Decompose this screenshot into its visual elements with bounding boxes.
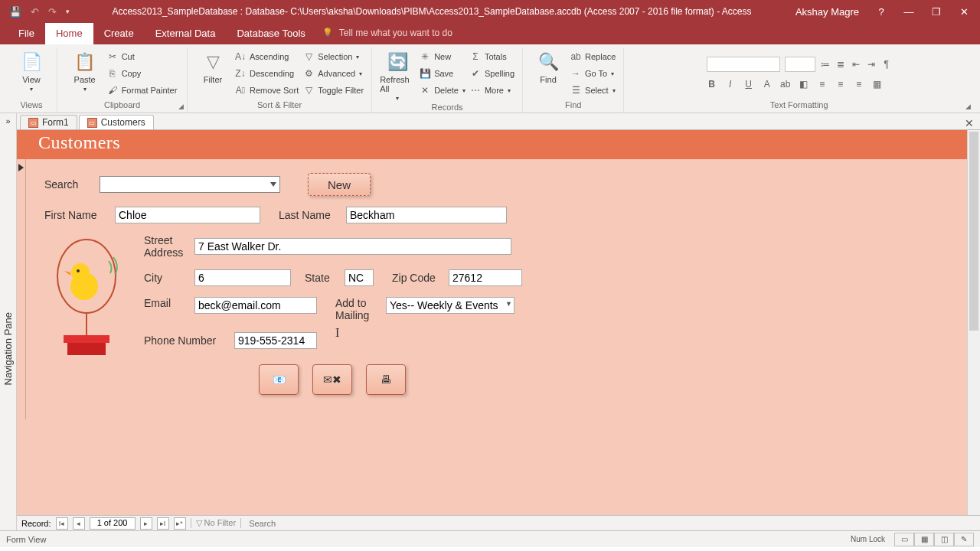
- record-search-input[interactable]: [246, 519, 475, 528]
- clipboard-launcher-icon[interactable]: ◢: [178, 103, 184, 110]
- more-button[interactable]: ⋯More▾: [470, 83, 514, 98]
- numbering-icon[interactable]: ≣: [835, 59, 846, 70]
- new-record-form-button[interactable]: New: [308, 173, 371, 196]
- navigation-pane-collapsed[interactable]: » Navigation Pane: [0, 113, 17, 530]
- state-field[interactable]: [345, 269, 374, 286]
- spelling-button[interactable]: ✔Spelling: [470, 66, 514, 81]
- find-button[interactable]: 🔍Find: [531, 49, 566, 84]
- city-field[interactable]: [194, 269, 291, 286]
- last-name-field[interactable]: [346, 207, 507, 223]
- layout-view-button[interactable]: ◫: [934, 533, 954, 546]
- email-field[interactable]: [194, 297, 317, 314]
- descending-button[interactable]: Z↓Descending: [235, 66, 299, 81]
- tab-database-tools[interactable]: Database Tools: [226, 23, 315, 44]
- italic-icon[interactable]: I: [725, 79, 736, 90]
- prev-record-button[interactable]: ◂: [73, 517, 85, 530]
- paste-button[interactable]: 📋Paste▾: [67, 49, 103, 93]
- mailing-combo[interactable]: [386, 297, 514, 314]
- redo-icon[interactable]: ↷: [48, 6, 57, 18]
- font-combo[interactable]: [707, 57, 780, 72]
- tab-external-data[interactable]: External Data: [145, 23, 227, 44]
- fill-icon[interactable]: ◧: [799, 79, 809, 90]
- first-record-button[interactable]: I◂: [56, 517, 68, 530]
- indent-inc-icon[interactable]: ⇥: [866, 59, 877, 70]
- align-right-icon[interactable]: ≡: [854, 79, 864, 90]
- record-selector[interactable]: [17, 159, 26, 419]
- refresh-all-button[interactable]: 🔄Refresh All▾: [380, 49, 415, 102]
- help-icon[interactable]: ?: [876, 6, 887, 18]
- bold-icon[interactable]: B: [707, 79, 717, 90]
- tab-file[interactable]: File: [8, 23, 45, 44]
- design-view-button[interactable]: ✎: [954, 533, 974, 546]
- bullets-icon[interactable]: ≔: [820, 59, 831, 70]
- filter-button[interactable]: ▽Filter: [195, 49, 230, 84]
- save-record-button[interactable]: 💾Save: [420, 66, 466, 81]
- form-action-button-2[interactable]: ✉✖: [312, 364, 352, 395]
- delete-mail-icon: ✉✖: [323, 373, 341, 386]
- save-icon[interactable]: 💾: [9, 6, 21, 18]
- format-painter-button[interactable]: 🖌Format Painter: [107, 83, 178, 98]
- phone-field[interactable]: [234, 332, 317, 349]
- close-icon[interactable]: ✕: [959, 6, 969, 18]
- textfmt-launcher-icon[interactable]: ◢: [965, 103, 971, 110]
- user-name[interactable]: Akshay Magre: [795, 6, 859, 18]
- toggle-filter-button[interactable]: ▽Toggle Filter: [303, 83, 364, 98]
- maximize-icon[interactable]: ❐: [931, 6, 942, 18]
- mailing-label: Add to Mailing: [335, 297, 378, 321]
- street-field[interactable]: [194, 238, 511, 255]
- gridlines-icon[interactable]: ▦: [872, 79, 883, 90]
- minimize-icon[interactable]: —: [903, 6, 914, 18]
- view-button[interactable]: 📄View▾: [14, 49, 49, 93]
- totals-button[interactable]: ΣTotals: [470, 49, 514, 64]
- group-views-label: Views: [14, 99, 49, 112]
- text-dir-icon[interactable]: ¶: [881, 59, 892, 70]
- first-name-field[interactable]: [115, 207, 260, 223]
- font-size-combo[interactable]: [785, 57, 815, 72]
- remove-sort-button[interactable]: A⃠Remove Sort: [235, 83, 299, 98]
- font-color-icon[interactable]: A: [762, 79, 773, 90]
- replace-button[interactable]: abReplace: [570, 49, 616, 64]
- svg-point-6: [77, 269, 80, 272]
- selection-button[interactable]: ▽Selection▾: [303, 49, 364, 64]
- select-button[interactable]: ☰Select▾: [570, 83, 616, 98]
- record-position[interactable]: 1 of 200: [90, 517, 136, 530]
- copy-button[interactable]: ⎘Copy: [107, 66, 178, 81]
- cut-button[interactable]: ✂Cut: [107, 49, 178, 64]
- underline-icon[interactable]: U: [743, 79, 754, 90]
- close-tab-icon[interactable]: ✕: [959, 117, 980, 129]
- qat-more-icon[interactable]: ▾: [66, 8, 70, 15]
- chevron-down-icon[interactable]: ▼: [505, 300, 512, 308]
- customer-image: [44, 234, 129, 364]
- form-action-button-1[interactable]: 📧: [259, 364, 299, 395]
- goto-button[interactable]: →Go To▾: [570, 66, 616, 81]
- advanced-button[interactable]: ⚙Advanced▾: [303, 66, 364, 81]
- doctab-form1[interactable]: ▭Form1: [20, 115, 77, 129]
- doctab-customers[interactable]: ▭Customers: [79, 115, 154, 129]
- tab-create[interactable]: Create: [93, 23, 145, 44]
- zip-field[interactable]: [449, 269, 522, 286]
- filter-status[interactable]: ▽ No Filter: [191, 518, 242, 528]
- datasheet-view-button[interactable]: ▦: [914, 533, 934, 546]
- ascending-button[interactable]: A↓Ascending: [235, 49, 299, 64]
- highlight-icon[interactable]: ab: [780, 79, 791, 90]
- search-combo[interactable]: [100, 176, 280, 193]
- expand-nav-icon[interactable]: »: [0, 113, 16, 129]
- align-center-icon[interactable]: ≡: [835, 79, 846, 90]
- new-record-button[interactable]: ✳New: [420, 49, 466, 64]
- indent-dec-icon[interactable]: ⇤: [851, 59, 861, 70]
- document-tabs: ▭Form1 ▭Customers ✕: [17, 113, 980, 130]
- form-action-button-3[interactable]: 🖶: [366, 364, 406, 395]
- new-record-nav-button[interactable]: ▸*: [174, 517, 186, 530]
- zip-label: Zip Code: [392, 272, 441, 284]
- tab-home[interactable]: Home: [45, 23, 93, 44]
- delete-button[interactable]: ✕Delete▾: [420, 83, 466, 98]
- status-bar: Form View Num Lock ▭ ▦ ◫ ✎: [0, 530, 980, 547]
- form-view-button[interactable]: ▭: [894, 533, 914, 546]
- undo-icon[interactable]: ↶: [31, 6, 39, 18]
- last-record-button[interactable]: ▸I: [157, 517, 169, 530]
- vertical-scrollbar[interactable]: [967, 130, 980, 515]
- ribbon: 📄View▾ Views 📋Paste▾ ✂Cut ⎘Copy 🖌Format …: [0, 44, 980, 113]
- next-record-button[interactable]: ▸: [140, 517, 152, 530]
- align-left-icon[interactable]: ≡: [817, 79, 828, 90]
- tell-me[interactable]: Tell me what you want to do: [316, 23, 460, 44]
